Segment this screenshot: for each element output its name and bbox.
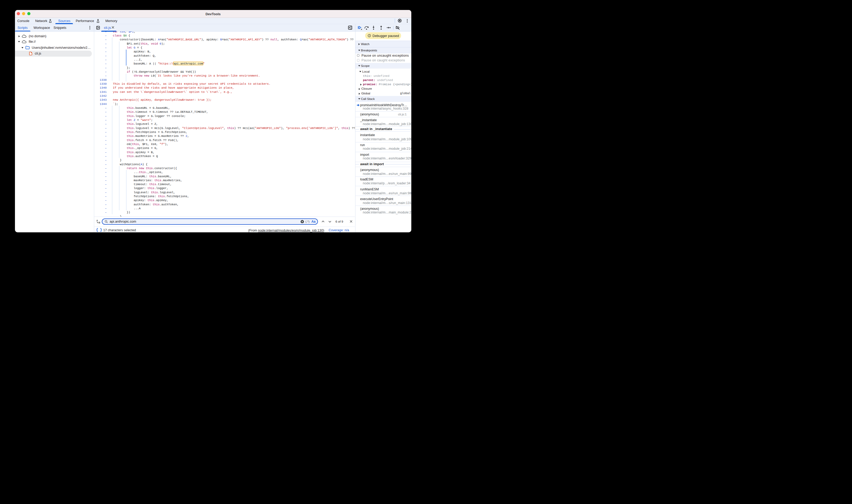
svg-text:A: A <box>96 219 98 222</box>
svg-text:B: B <box>99 221 100 224</box>
